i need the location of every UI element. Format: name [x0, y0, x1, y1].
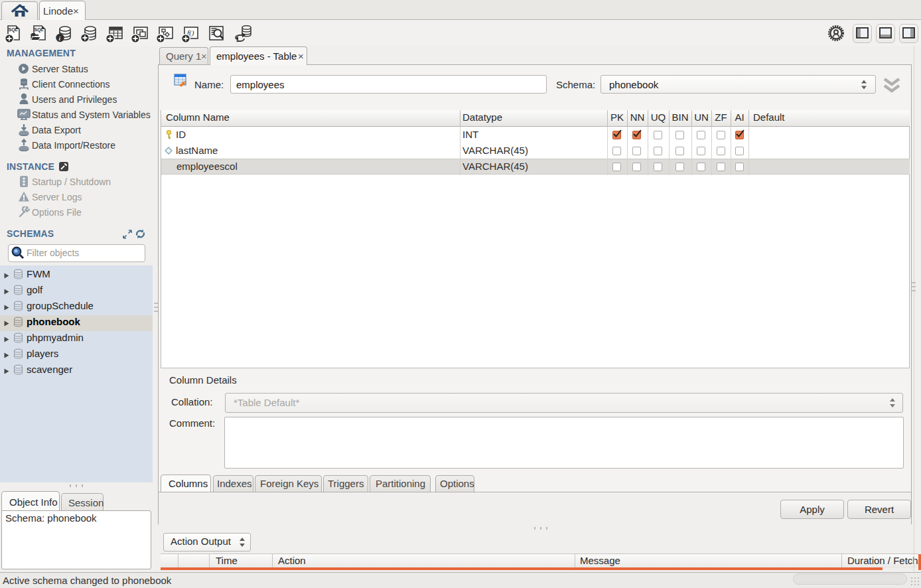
- svg-text:SQL: SQL: [35, 27, 44, 33]
- svg-text:SQL: SQL: [9, 27, 19, 33]
